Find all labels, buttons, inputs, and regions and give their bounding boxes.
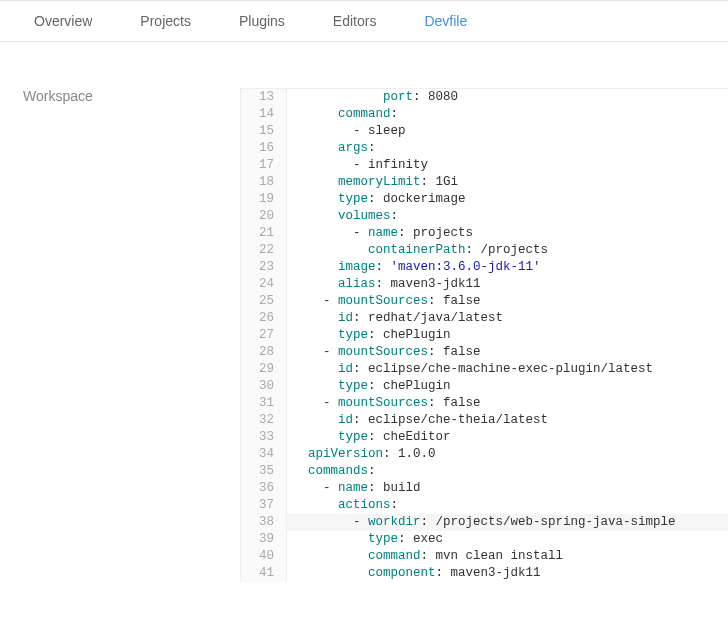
code-line[interactable]: 27 type: chePlugin [241, 327, 728, 344]
line-number: 16 [241, 140, 287, 157]
code-line[interactable]: 39 type: exec [241, 531, 728, 548]
line-content[interactable]: id: eclipse/che-theia/latest [287, 412, 548, 429]
line-content[interactable]: actions: [287, 497, 398, 514]
line-number: 37 [241, 497, 287, 514]
tab-overview[interactable]: Overview [10, 1, 116, 41]
code-line[interactable]: 19 type: dockerimage [241, 191, 728, 208]
code-line[interactable]: 18 memoryLimit: 1Gi [241, 174, 728, 191]
code-line[interactable]: 35 commands: [241, 463, 728, 480]
line-number: 13 [241, 89, 287, 106]
line-number: 28 [241, 344, 287, 361]
line-number: 31 [241, 395, 287, 412]
code-line[interactable]: 29 id: eclipse/che-machine-exec-plugin/l… [241, 361, 728, 378]
code-line[interactable]: 38 - workdir: /projects/web-spring-java-… [241, 514, 728, 531]
line-content[interactable]: command: mvn clean install [287, 548, 563, 565]
line-content[interactable]: - name: build [287, 480, 421, 497]
line-number: 21 [241, 225, 287, 242]
code-line[interactable]: 23 image: 'maven:3.6.0-jdk-11' [241, 259, 728, 276]
code-line[interactable]: 17 - infinity [241, 157, 728, 174]
line-number: 35 [241, 463, 287, 480]
line-number: 38 [241, 514, 287, 531]
tab-plugins[interactable]: Plugins [215, 1, 309, 41]
line-content[interactable]: - infinity [287, 157, 428, 174]
content: Workspace 13 port: 808014 command:15 - s… [0, 42, 728, 582]
line-number: 22 [241, 242, 287, 259]
code-line[interactable]: 34 apiVersion: 1.0.0 [241, 446, 728, 463]
line-number: 25 [241, 293, 287, 310]
line-content[interactable]: containerPath: /projects [287, 242, 548, 259]
code-line[interactable]: 25 - mountSources: false [241, 293, 728, 310]
line-number: 36 [241, 480, 287, 497]
tabs-bar: OverviewProjectsPluginsEditorsDevfile [0, 0, 728, 42]
code-line[interactable]: 36 - name: build [241, 480, 728, 497]
line-content[interactable]: - mountSources: false [287, 395, 481, 412]
line-content[interactable]: id: eclipse/che-machine-exec-plugin/late… [287, 361, 653, 378]
line-content[interactable]: type: chePlugin [287, 327, 451, 344]
line-content[interactable]: image: 'maven:3.6.0-jdk-11' [287, 259, 541, 276]
code-line[interactable]: 31 - mountSources: false [241, 395, 728, 412]
code-line[interactable]: 37 actions: [241, 497, 728, 514]
tab-projects[interactable]: Projects [116, 1, 215, 41]
line-number: 32 [241, 412, 287, 429]
code-line[interactable]: 33 type: cheEditor [241, 429, 728, 446]
line-content[interactable]: - sleep [287, 123, 406, 140]
code-line[interactable]: 26 id: redhat/java/latest [241, 310, 728, 327]
code-line[interactable]: 16 args: [241, 140, 728, 157]
line-content[interactable]: type: exec [287, 531, 443, 548]
code-line[interactable]: 32 id: eclipse/che-theia/latest [241, 412, 728, 429]
sidebar-title: Workspace [23, 88, 240, 104]
line-number: 39 [241, 531, 287, 548]
line-content[interactable]: - workdir: /projects/web-spring-java-sim… [287, 514, 676, 531]
line-content[interactable]: command: [287, 106, 398, 123]
code-line[interactable]: 21 - name: projects [241, 225, 728, 242]
tab-editors[interactable]: Editors [309, 1, 401, 41]
line-number: 41 [241, 565, 287, 582]
line-number: 24 [241, 276, 287, 293]
line-number: 26 [241, 310, 287, 327]
code-line[interactable]: 20 volumes: [241, 208, 728, 225]
line-content[interactable]: type: chePlugin [287, 378, 451, 395]
code-line[interactable]: 13 port: 8080 [241, 89, 728, 106]
line-number: 19 [241, 191, 287, 208]
line-content[interactable]: - name: projects [287, 225, 473, 242]
line-number: 30 [241, 378, 287, 395]
code-line[interactable]: 28 - mountSources: false [241, 344, 728, 361]
tab-devfile[interactable]: Devfile [400, 1, 491, 41]
line-content[interactable]: - mountSources: false [287, 293, 481, 310]
line-content[interactable]: type: dockerimage [287, 191, 466, 208]
line-number: 17 [241, 157, 287, 174]
line-number: 20 [241, 208, 287, 225]
line-content[interactable]: - mountSources: false [287, 344, 481, 361]
line-number: 14 [241, 106, 287, 123]
code-line[interactable]: 24 alias: maven3-jdk11 [241, 276, 728, 293]
code-line[interactable]: 15 - sleep [241, 123, 728, 140]
code-line[interactable]: 30 type: chePlugin [241, 378, 728, 395]
line-content[interactable]: volumes: [287, 208, 398, 225]
code-line[interactable]: 41 component: maven3-jdk11 [241, 565, 728, 582]
line-number: 27 [241, 327, 287, 344]
line-number: 15 [241, 123, 287, 140]
line-content[interactable]: id: redhat/java/latest [287, 310, 503, 327]
line-number: 33 [241, 429, 287, 446]
code-line[interactable]: 22 containerPath: /projects [241, 242, 728, 259]
code-line[interactable]: 40 command: mvn clean install [241, 548, 728, 565]
line-content[interactable]: alias: maven3-jdk11 [287, 276, 481, 293]
line-number: 18 [241, 174, 287, 191]
line-content[interactable]: args: [287, 140, 376, 157]
line-content[interactable]: type: cheEditor [287, 429, 451, 446]
line-number: 23 [241, 259, 287, 276]
code-line[interactable]: 14 command: [241, 106, 728, 123]
line-content[interactable]: commands: [287, 463, 376, 480]
sidebar: Workspace [0, 88, 240, 582]
line-number: 34 [241, 446, 287, 463]
line-number: 29 [241, 361, 287, 378]
line-content[interactable]: apiVersion: 1.0.0 [287, 446, 436, 463]
code-editor[interactable]: 13 port: 808014 command:15 - sleep16 arg… [240, 88, 728, 582]
line-content[interactable]: port: 8080 [287, 89, 458, 106]
line-number: 40 [241, 548, 287, 565]
line-content[interactable]: memoryLimit: 1Gi [287, 174, 458, 191]
line-content[interactable]: component: maven3-jdk11 [287, 565, 541, 582]
